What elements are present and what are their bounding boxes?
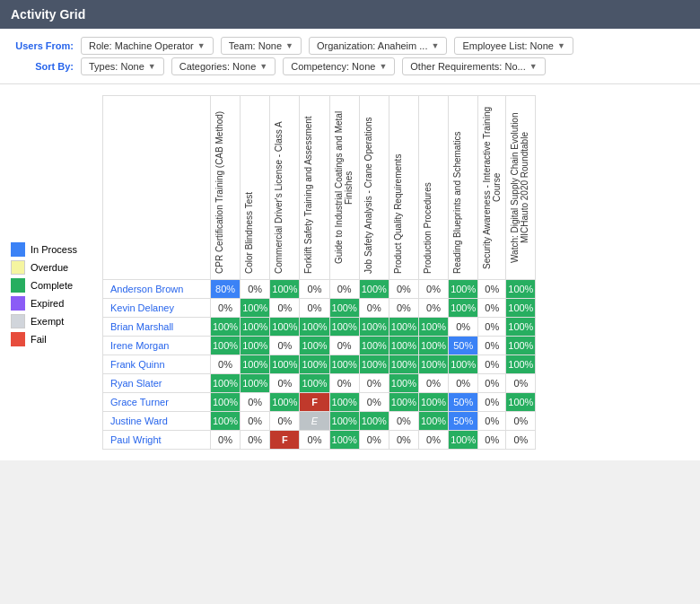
cell-r7-c2: 0% (270, 412, 300, 431)
emplist-filter-btn[interactable]: Employee List: None ▼ (454, 37, 573, 55)
categories-filter-btn[interactable]: Categories: None ▼ (171, 57, 276, 75)
cell-r6-c4: 100% (329, 393, 359, 412)
col-header-10: Watch: Digital Supply Chain Evolution MI… (506, 96, 536, 280)
user-name-2[interactable]: Brian Marshall (103, 318, 211, 337)
cell-r7-c8: 50% (449, 412, 478, 431)
chevron-down-icon: ▼ (148, 62, 156, 71)
user-name-8[interactable]: Paul Wright (103, 431, 211, 450)
cell-r8-c1: 0% (241, 431, 270, 450)
col-header-2: Commercial Driver's License - Class A (270, 96, 300, 280)
legend-item-inprocess: In Process (11, 242, 92, 257)
cell-r8-c10: 0% (506, 431, 536, 450)
legend-item-exempt: Exempt (11, 314, 92, 328)
cell-r1-c2: 0% (270, 299, 300, 318)
cell-r0-c7: 0% (418, 280, 448, 299)
cell-r2-c6: 100% (389, 318, 418, 337)
cell-r0-c1: 0% (241, 280, 270, 299)
cell-r2-c0: 100% (211, 318, 241, 337)
types-filter-btn[interactable]: Types: None ▼ (81, 57, 164, 75)
cell-r1-c10: 100% (506, 299, 536, 318)
cell-r5-c0: 100% (211, 374, 241, 393)
table-row: Frank Quinn0%100%100%100%100%100%100%100… (103, 355, 536, 374)
user-name-5[interactable]: Ryan Slater (103, 374, 211, 393)
cell-r2-c4: 100% (329, 318, 359, 337)
cell-r0-c0: 80% (211, 280, 241, 299)
cell-r0-c8: 100% (449, 280, 478, 299)
cell-r2-c5: 100% (359, 318, 389, 337)
cell-r4-c10: 100% (506, 355, 536, 374)
cell-r7-c3: E (300, 412, 329, 431)
cell-r3-c6: 100% (389, 337, 418, 355)
name-header (103, 96, 211, 280)
cell-r6-c7: 100% (418, 393, 448, 412)
competency-filter-btn[interactable]: Competency: None ▼ (283, 57, 395, 75)
cell-r3-c2: 0% (270, 337, 300, 355)
user-name-6[interactable]: Grace Turner (103, 393, 211, 412)
legend-item-expired: Expired (11, 296, 92, 311)
legend-color-overdue (11, 260, 25, 275)
cell-r6-c0: 100% (211, 393, 241, 412)
cell-r6-c3: F (300, 393, 329, 412)
cell-r5-c3: 100% (300, 374, 329, 393)
cell-r0-c5: 100% (359, 280, 389, 299)
cell-r1-c6: 0% (389, 299, 418, 318)
cell-r4-c5: 100% (359, 355, 389, 374)
cell-r5-c6: 100% (389, 374, 418, 393)
cell-r8-c4: 100% (329, 431, 359, 450)
cell-r5-c7: 0% (418, 374, 448, 393)
user-name-4[interactable]: Frank Quinn (103, 355, 211, 374)
other-filter-btn[interactable]: Other Requirements: No... ▼ (402, 57, 545, 75)
legend-item-fail: Fail (11, 332, 92, 346)
user-name-1[interactable]: Kevin Delaney (103, 299, 211, 318)
legend-color-expired (11, 296, 25, 311)
chevron-down-icon: ▼ (557, 41, 565, 50)
table-row: Kevin Delaney0%100%0%0%100%0%0%0%100%0%1… (103, 299, 536, 318)
cell-r1-c0: 0% (211, 299, 241, 318)
cell-r3-c3: 100% (300, 337, 329, 355)
cell-r8-c0: 0% (211, 431, 241, 450)
cell-r8-c3: 0% (300, 431, 329, 450)
user-name-3[interactable]: Irene Morgan (103, 337, 211, 355)
cell-r7-c5: 100% (359, 412, 389, 431)
table-row: Paul Wright0%0%F0%100%0%0%0%100%0%0% (103, 431, 536, 450)
cell-r7-c1: 0% (241, 412, 270, 431)
table-row: Grace Turner100%0%100%F100%0%100%100%50%… (103, 393, 536, 412)
cell-r2-c7: 100% (418, 318, 448, 337)
cell-r3-c1: 100% (241, 337, 270, 355)
cell-r2-c10: 100% (506, 318, 536, 337)
cell-r2-c8: 0% (449, 318, 478, 337)
cell-r2-c9: 0% (478, 318, 506, 337)
cell-r4-c0: 0% (211, 355, 241, 374)
chevron-down-icon: ▼ (197, 41, 206, 50)
cell-r1-c3: 0% (300, 299, 329, 318)
cell-r7-c10: 0% (506, 412, 536, 431)
cell-r4-c9: 0% (478, 355, 506, 374)
cell-r6-c6: 100% (389, 393, 418, 412)
user-name-7[interactable]: Justine Ward (103, 412, 211, 431)
cell-r1-c8: 100% (449, 299, 478, 318)
cell-r0-c9: 0% (478, 280, 506, 299)
table-row: Brian Marshall100%100%100%100%100%100%10… (103, 318, 536, 337)
cell-r5-c10: 0% (506, 374, 536, 393)
legend-color-fail (11, 332, 25, 346)
role-filter-btn[interactable]: Role: Machine Operator ▼ (81, 37, 214, 55)
cell-r5-c9: 0% (478, 374, 506, 393)
cell-r6-c5: 0% (359, 393, 389, 412)
cell-r7-c0: 100% (211, 412, 241, 431)
team-filter-btn[interactable]: Team: None ▼ (221, 37, 302, 55)
cell-r7-c4: 100% (329, 412, 359, 431)
cell-r3-c9: 0% (478, 337, 506, 355)
chevron-down-icon: ▼ (285, 41, 293, 50)
org-filter-btn[interactable]: Organization: Anaheim ... ▼ (309, 37, 447, 55)
cell-r3-c4: 0% (329, 337, 359, 355)
cell-r5-c8: 0% (449, 374, 478, 393)
cell-r2-c3: 100% (300, 318, 329, 337)
title-bar: Activity Grid (0, 0, 700, 29)
user-name-0[interactable]: Anderson Brown (103, 280, 211, 299)
col-header-0: CPR Certification Training (CAB Method) (211, 96, 241, 280)
cell-r3-c7: 100% (418, 337, 448, 355)
cell-r1-c5: 0% (359, 299, 389, 318)
col-header-9: Security Awareness - Interactive Trainin… (478, 96, 506, 280)
cell-r1-c7: 0% (418, 299, 448, 318)
cell-r0-c2: 100% (270, 280, 300, 299)
